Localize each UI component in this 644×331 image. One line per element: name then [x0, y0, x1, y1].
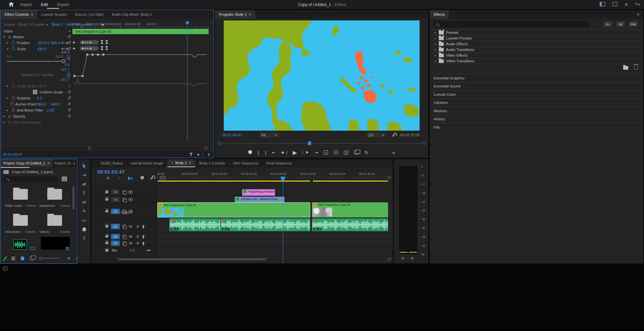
panel-menu-icon[interactable]: ≡ [189, 160, 191, 165]
expand-graph-icon[interactable]: ↕ [66, 55, 71, 60]
clip-a1-2[interactable]: fxCh. 1 [221, 218, 310, 231]
scrollbar-right-handle[interactable] [264, 258, 267, 261]
audio-item-thumbnail[interactable] [13, 240, 27, 250]
project-item[interactable]: Videos5 items [38, 211, 71, 237]
sort-icon[interactable]: ≡ [67, 256, 70, 261]
collapse-icon[interactable]: ▲ [68, 29, 71, 32]
32bit-color-icon[interactable]: 32 [616, 21, 625, 27]
ec-row-anchor-point[interactable]: Anchor Point 960.0 540.0 ↺ [3, 101, 71, 107]
program-seek-track[interactable] [220, 143, 424, 144]
reset-icon[interactable]: ↺ [67, 114, 71, 119]
ec-scroll-handle[interactable] [88, 147, 91, 150]
panel-menu-icon[interactable]: ≡ [637, 12, 639, 17]
project-scrollbar[interactable] [72, 187, 74, 209]
voiceover-record-icon[interactable] [143, 235, 144, 238]
project-file-name[interactable]: Copy of Untitled_1.prproj [12, 170, 53, 174]
tool-rectangle[interactable]: ▭ [80, 216, 89, 224]
yuv-effects-icon[interactable]: YUV [629, 21, 637, 27]
add-marker-icon[interactable] [248, 150, 252, 154]
lock-icon[interactable] [105, 249, 108, 252]
stopwatch-icon[interactable] [12, 109, 15, 112]
lock-icon[interactable] [105, 235, 108, 238]
expander-icon[interactable]: ▾ [7, 47, 10, 51]
expander-icon[interactable]: ▸ [3, 114, 7, 118]
keyframe-nav-icons[interactable]: ◀◇▶ [61, 47, 69, 50]
share-icon[interactable]: ↑ [612, 2, 618, 6]
export-icon[interactable]: ⬆ [208, 153, 210, 156]
twirl-icon[interactable]: ▸ [435, 42, 436, 46]
clip-v1-selected[interactable]: fxIntro Sequence Copy 02 [157, 202, 310, 217]
tab-project-main[interactable]: Project: Copy of Untitled_1≡ [1, 159, 52, 167]
workspace-icon[interactable] [600, 2, 605, 6]
solo-button[interactable]: S [136, 241, 140, 245]
effects-tree-item[interactable]: ▸Video Effects [432, 53, 641, 58]
zoom-slider-track[interactable] [42, 258, 60, 259]
lock-icon[interactable] [105, 191, 108, 193]
anti-flicker-value[interactable]: 0.00 [47, 108, 54, 112]
tool-type[interactable]: T [80, 234, 89, 242]
nest-insert-icon[interactable]: ∗ [106, 175, 110, 181]
reset-icon[interactable]: ↺ [67, 95, 71, 101]
sync-lock-icon[interactable] [122, 242, 126, 245]
timeline-playhead[interactable] [283, 177, 283, 263]
lock-icon[interactable] [105, 225, 108, 227]
linked-selection-icon[interactable]: ◧▸ [128, 176, 133, 180]
panel-section-header[interactable]: Essential Sound [430, 82, 643, 90]
loop-icon[interactable]: ↻ [365, 150, 368, 155]
expander-icon[interactable]: ▸ [7, 96, 10, 100]
expander-icon[interactable]: ▸ [3, 120, 7, 124]
lock-icon[interactable] [105, 210, 108, 212]
panel-menu-icon[interactable]: ≡ [31, 12, 33, 17]
track-visibility-icon[interactable] [128, 198, 133, 201]
ec-row-motion[interactable]: ▾fx Motion ↺ [3, 34, 71, 40]
list-view-icon[interactable] [11, 257, 15, 260]
timeline-tab-overall-board-image[interactable]: overall board image [127, 159, 167, 167]
anchor-x-value[interactable]: 960.0 [37, 102, 46, 106]
button-editor-icon[interactable]: + [392, 150, 395, 155]
new-custom-bin-icon[interactable] [623, 66, 628, 70]
stopwatch-icon[interactable] [12, 41, 15, 45]
sync-lock-icon[interactable] [122, 198, 126, 201]
track-target-v1[interactable]: V1 [111, 209, 120, 214]
tab-source[interactable]: Source: (no clips) [71, 10, 108, 19]
track-name[interactable]: Video 1 [121, 210, 132, 214]
tab-audio-clip-mixer[interactable]: Audio Clip Mixer: Body 1 [108, 10, 156, 19]
tab-overflow-icon[interactable]: » [73, 159, 77, 167]
track-target-a3[interactable]: A3 [111, 241, 120, 246]
stopwatch-icon[interactable] [12, 96, 15, 100]
mute-button[interactable]: M [128, 235, 133, 239]
filter-properties-icon[interactable] [190, 153, 193, 156]
scrollbar-left-handle[interactable] [117, 258, 120, 261]
mark-in-icon[interactable]: { [258, 150, 259, 155]
voiceover-record-icon[interactable] [143, 242, 144, 245]
marker-icon[interactable] [141, 176, 144, 180]
ec-scroll-handle[interactable] [205, 147, 208, 150]
ec-scrollbar-track[interactable] [3, 148, 210, 149]
sync-lock-icon[interactable] [122, 225, 126, 228]
zoom-slider-handle[interactable] [39, 257, 42, 260]
icon-view-icon[interactable] [21, 257, 24, 260]
menu-edit[interactable]: Edit [41, 2, 48, 7]
lock-icon[interactable] [105, 242, 108, 244]
expander-icon[interactable]: ▾ [3, 35, 7, 39]
ec-row-position[interactable]: ▸ Position -2074.0 566.0 ◀◇▶ ↺ [3, 40, 71, 46]
keyframe-nav-icons[interactable]: ◀◇▶ [61, 41, 69, 44]
project-item[interactable]: Sequences4 items [38, 185, 71, 210]
mark-out-icon[interactable]: } [265, 150, 266, 155]
clip-a1-1[interactable]: fxCh. 1 [169, 218, 221, 231]
lift-icon[interactable]: ▲ [324, 150, 328, 154]
panel-section-header[interactable]: Lumetri Color [430, 90, 643, 98]
stopwatch-icon[interactable] [10, 103, 13, 106]
search-bin-icon[interactable] [62, 177, 67, 181]
expander-icon[interactable]: ▸ [7, 41, 10, 45]
panel-section-header[interactable]: Libraries [430, 98, 643, 107]
tool-razor[interactable]: ✂ [80, 189, 88, 197]
effects-tree-item[interactable]: ▸Video Transitions [432, 58, 641, 64]
menu-export[interactable]: Export [57, 2, 69, 7]
menu-import[interactable]: Import [20, 2, 32, 7]
ec-clip-bar[interactable]: Intro Sequence Copy 02 [72, 29, 209, 34]
fullscreen-icon[interactable]: ↖↘ [635, 2, 639, 6]
anchor-y-value[interactable]: 540.0 [51, 102, 60, 106]
go-to-in-icon[interactable]: ⇤ [272, 150, 275, 155]
tab-effects[interactable]: Effects [430, 10, 449, 19]
